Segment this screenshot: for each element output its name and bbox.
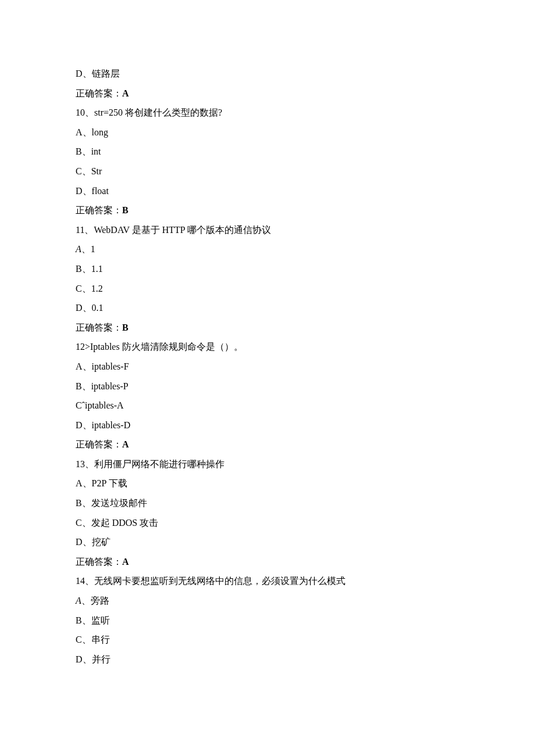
text-line: C、Str xyxy=(76,162,459,181)
text-line: B、发送垃圾邮件 xyxy=(76,493,459,513)
text-line: D、float xyxy=(76,181,459,201)
option-text: 、1 xyxy=(81,244,95,254)
text-line: A、旁路 xyxy=(76,591,459,611)
answer-prefix: 正确答案： xyxy=(76,439,122,449)
text-line: 12>Iptables 防火墙清除规则命令是（）。 xyxy=(76,337,459,357)
answer-prefix: 正确答案： xyxy=(76,323,122,332)
option-letter: A xyxy=(76,596,81,605)
answer-letter: A xyxy=(122,439,129,449)
answer-prefix: 正确答案： xyxy=(76,88,122,98)
text-line: C、1.2 xyxy=(76,279,459,299)
text-line: 14、无线网卡要想监听到无线网络中的信息，必须设置为什么模式 xyxy=(76,571,459,591)
text-line: D、iptables-D xyxy=(76,415,459,435)
text-line: B、int xyxy=(76,142,459,162)
option-text: 、旁路 xyxy=(81,596,109,605)
text-line: C、串行 xyxy=(76,630,459,650)
answer-prefix: 正确答案： xyxy=(76,205,122,215)
document-body: D、链路层正确答案：A10、str=250 将创建什么类型的数据?A、longB… xyxy=(76,64,459,669)
text-line: B、iptables-P xyxy=(76,377,459,396)
text-line: 正确答案：B xyxy=(76,318,459,338)
text-line: 正确答案：A xyxy=(76,552,459,572)
answer-letter: B xyxy=(122,205,129,215)
text-line: D、链路层 xyxy=(76,64,459,84)
text-line: C、发起 DDOS 攻击 xyxy=(76,513,459,533)
answer-letter: A xyxy=(122,88,129,98)
text-line: A、iptables-F xyxy=(76,357,459,377)
text-line: D、并行 xyxy=(76,650,459,669)
text-line: 正确答案：B xyxy=(76,200,459,220)
document-page: D、链路层正确答案：A10、str=250 将创建什么类型的数据?A、longB… xyxy=(0,0,535,756)
text-line: 13、利用僵尸网络不能进行哪种操作 xyxy=(76,454,459,474)
text-line: D、挖矿 xyxy=(76,532,459,552)
option-letter: A xyxy=(76,244,81,254)
answer-letter: A xyxy=(122,557,129,567)
text-line: A、1 xyxy=(76,239,459,259)
text-line: 正确答案：A xyxy=(76,435,459,454)
text-line: 正确答案：A xyxy=(76,84,459,103)
text-line: 11、WebDAV 是基于 HTTP 哪个版本的通信协议 xyxy=(76,220,459,240)
text-line: B、1.1 xyxy=(76,259,459,279)
text-line: A、long xyxy=(76,123,459,142)
text-line: B、监听 xyxy=(76,611,459,630)
text-line: A、P2P 下载 xyxy=(76,474,459,493)
answer-prefix: 正确答案： xyxy=(76,557,122,567)
text-line: Cˆiptables-A xyxy=(76,396,459,415)
answer-letter: B xyxy=(122,323,129,332)
text-line: 10、str=250 将创建什么类型的数据? xyxy=(76,103,459,123)
text-line: D、0.1 xyxy=(76,298,459,318)
